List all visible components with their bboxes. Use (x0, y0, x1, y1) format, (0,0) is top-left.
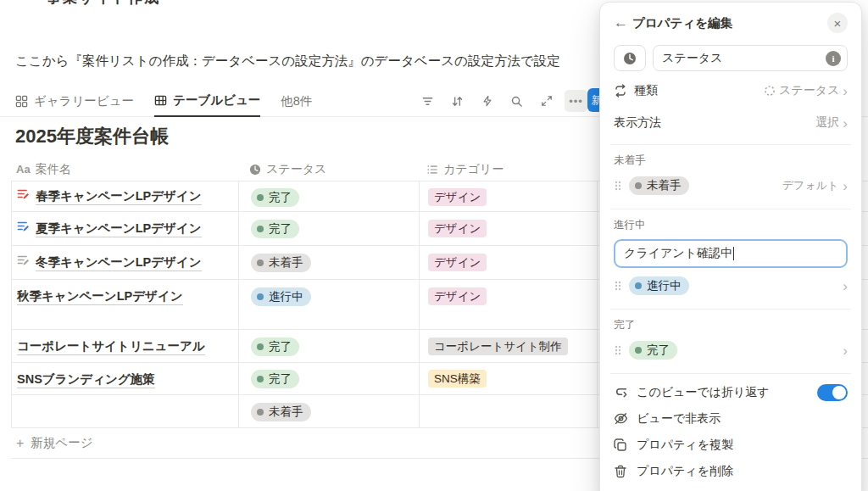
new-button[interactable]: 新規 (587, 88, 599, 112)
group-label-todo: 未着手 (614, 153, 848, 168)
default-badge: デフォルト (782, 178, 839, 193)
status-dot (635, 347, 642, 354)
category-tag: デザイン (428, 220, 487, 237)
drag-handle-icon[interactable] (614, 180, 629, 192)
status-dot (257, 409, 264, 416)
column-category-label: カテゴリー (443, 162, 504, 177)
drag-handle-icon[interactable] (614, 280, 629, 292)
status-dot (635, 282, 642, 289)
expand-icon[interactable] (535, 90, 558, 112)
row-name: 冬季キャンペーンLPデザイン (36, 254, 202, 271)
property-name-value: ステータス (662, 51, 826, 66)
display-method-label: 表示方法 (614, 115, 661, 131)
option-pill-label: 進行中 (647, 278, 682, 293)
status-pill-label: 未着手 (269, 405, 303, 420)
filter-icon[interactable] (416, 90, 439, 112)
row-name: コーポレートサイトリニューアル (17, 338, 205, 355)
back-arrow-icon[interactable]: ← (614, 14, 632, 31)
menu-delete-label: プロパティを削除 (637, 464, 733, 479)
trash-icon (614, 465, 637, 478)
column-status-label: ステータス (266, 162, 326, 177)
chevron-right-icon: › (843, 84, 848, 98)
search-icon[interactable] (505, 90, 528, 112)
divider (610, 144, 851, 145)
chevron-right-icon: › (843, 116, 848, 131)
drag-handle-icon[interactable] (614, 344, 629, 356)
status-icon (623, 52, 637, 65)
category-tag: SNS構築 (428, 370, 487, 388)
menu-wrap-in-view[interactable]: このビューでは折り返す (614, 379, 848, 405)
status-option-done[interactable]: 完了 › (614, 336, 848, 365)
status-dot (257, 293, 264, 300)
status-pill-label: 未着手 (269, 255, 303, 271)
chevron-right-icon: › (843, 279, 848, 293)
option-pill-label: 未着手 (647, 178, 682, 193)
tab-more-views[interactable]: 他8件 (281, 85, 312, 117)
property-icon-button[interactable] (614, 45, 646, 71)
status-dot (257, 376, 264, 382)
repeat-icon (614, 84, 634, 98)
tab-table-view[interactable]: テーブルビュー (154, 85, 260, 117)
table-icon (154, 94, 167, 107)
tab-gallery-view[interactable]: ギャラリービュー (15, 85, 134, 117)
option-edit-value: クライアント確認中 (624, 246, 732, 261)
property-name-input[interactable]: ステータス i (653, 45, 848, 71)
more-glyph: ••• (569, 95, 583, 108)
display-method-row[interactable]: 表示方法 選択 › (614, 110, 848, 136)
doc-pencil-blue-icon (17, 220, 31, 233)
database-title: 2025年度案件台帳 (15, 124, 169, 149)
category-tag: コーポレートサイト制作 (428, 338, 568, 355)
status-type-icon (764, 85, 776, 97)
chevron-right-icon: › (843, 179, 848, 193)
option-name-edit-input[interactable]: クライアント確認中 (614, 239, 848, 268)
status-pill-label: 完了 (269, 190, 292, 205)
status-pill-label: 完了 (269, 371, 292, 387)
status-icon (249, 164, 261, 176)
gallery-icon (15, 95, 28, 108)
close-icon[interactable]: × (827, 13, 848, 33)
group-label-done: 完了 (614, 318, 848, 332)
info-icon[interactable]: i (826, 51, 841, 66)
new-page-label: 新規ページ (31, 435, 92, 451)
menu-hide-in-view[interactable]: ビューで非表示 (614, 405, 848, 432)
plus-icon: + (16, 436, 24, 451)
text-cursor (733, 247, 734, 260)
doc-pencil-red-icon (17, 187, 31, 201)
menu-hide-label: ビューで非表示 (637, 411, 721, 427)
status-dot (257, 194, 264, 201)
column-header-status[interactable]: ステータス (237, 162, 418, 177)
status-dot (257, 343, 264, 350)
automation-icon[interactable] (476, 90, 498, 112)
property-edit-panel: ← プロパティを編集 × ステータス i 種類 (599, 2, 862, 491)
status-pill-label: 完了 (269, 339, 292, 354)
tab-table-label: テーブルビュー (173, 92, 260, 109)
sort-icon[interactable] (446, 90, 469, 112)
menu-duplicate-label: プロパティを複製 (637, 438, 733, 453)
app-page: 事業サイト作成 ここから『案件リストの作成：データベースの設定方法』のデータベー… (0, 0, 868, 491)
column-name-label: 案件名 (36, 162, 71, 177)
menu-duplicate-property[interactable]: プロパティを複製 (614, 432, 848, 458)
row-name: 夏季キャンペーンLPデザイン (36, 220, 202, 237)
category-tag: デザイン (428, 287, 487, 305)
menu-delete-property[interactable]: プロパティを削除 (614, 458, 848, 484)
status-dot (257, 226, 264, 232)
status-option-todo[interactable]: 未着手 デフォルト› (614, 171, 848, 200)
property-type-row[interactable]: 種類 ステータス › (614, 78, 848, 103)
category-tag: デザイン (428, 188, 487, 206)
doc-pencil-gray-icon (17, 254, 31, 267)
row-name: 春季キャンペーンLPデザイン (36, 187, 202, 205)
wrap-toggle[interactable] (817, 384, 848, 401)
status-pill-label: 進行中 (269, 289, 303, 304)
eye-off-icon (614, 411, 637, 426)
text-icon: Aa (16, 163, 31, 176)
column-header-category[interactable]: カテゴリー (418, 162, 596, 177)
status-dot (635, 182, 642, 189)
status-pill-label: 完了 (269, 221, 292, 237)
menu-wrap-label: このビューでは折り返す (637, 385, 770, 400)
more-options-icon[interactable]: ••• (565, 90, 587, 112)
status-option-in-progress[interactable]: 進行中 › (614, 271, 848, 300)
column-header-name[interactable]: Aa 案件名 (11, 162, 237, 177)
duplicate-icon (614, 438, 637, 452)
category-tag: デザイン (428, 254, 487, 271)
group-label-in-progress: 進行中 (614, 218, 848, 232)
